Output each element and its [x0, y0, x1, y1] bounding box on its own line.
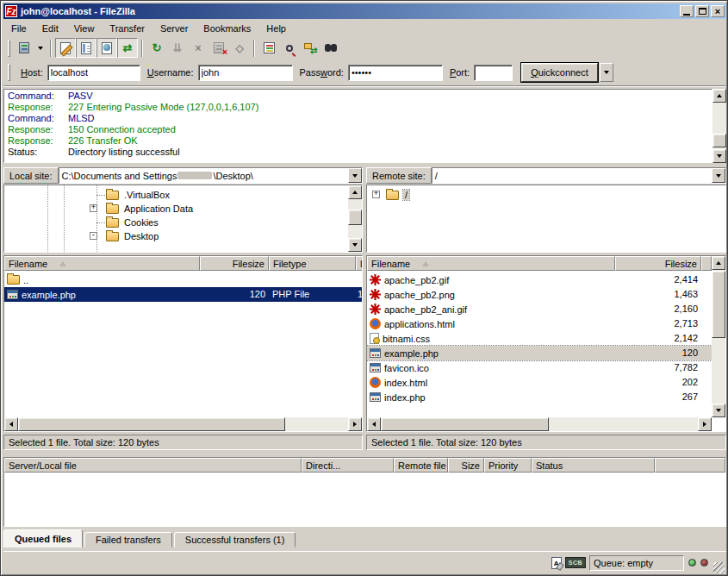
- remote-path-combobox[interactable]: /: [432, 167, 726, 184]
- scrollbar-thumb[interactable]: [712, 271, 725, 338]
- host-input[interactable]: [47, 65, 140, 81]
- toggle-local-tree-button[interactable]: [76, 38, 96, 58]
- scroll-down-button[interactable]: [348, 238, 362, 252]
- file-row[interactable]: apache_pb2.png 1,463: [367, 287, 712, 302]
- filter-button[interactable]: [258, 38, 279, 58]
- queue-column-direction[interactable]: Directi...: [302, 458, 394, 473]
- file-row-selected[interactable]: example.php 120: [367, 346, 712, 360]
- scroll-right-button[interactable]: [698, 417, 712, 431]
- file-row[interactable]: index.html 202: [367, 375, 712, 390]
- scroll-left-button[interactable]: [367, 417, 381, 431]
- scrollbar-thumb[interactable]: [348, 210, 362, 225]
- find-files-button[interactable]: [320, 38, 341, 58]
- password-input[interactable]: [348, 65, 443, 81]
- scroll-down-button[interactable]: [712, 404, 725, 417]
- menu-item-help[interactable]: Help: [258, 22, 294, 35]
- menu-item-server[interactable]: Server: [152, 22, 196, 35]
- column-header-filename[interactable]: Filename: [4, 256, 200, 271]
- tab-successful-transfers[interactable]: Successful transfers (1): [174, 532, 296, 548]
- queue-column-server-local-file[interactable]: Server/Local file: [4, 458, 302, 473]
- local-tree-scrollbar[interactable]: [348, 185, 362, 252]
- menu-item-transfer[interactable]: Transfer: [102, 22, 152, 35]
- queue-column-size[interactable]: Size: [448, 458, 484, 473]
- menu-item-edit[interactable]: Edit: [34, 22, 66, 35]
- tree-item-cookies[interactable]: Cookies: [4, 216, 332, 229]
- quickconnect-dropdown[interactable]: [600, 63, 613, 82]
- file-row[interactable]: bitnami.css 2,142: [367, 331, 712, 346]
- title-bar[interactable]: Fz john@localhost - FileZilla ×: [3, 3, 726, 19]
- menu-item-view[interactable]: View: [66, 22, 103, 35]
- tab-failed-transfers[interactable]: Failed transfers: [84, 532, 172, 548]
- local-horizontal-scrollbar[interactable]: [4, 417, 362, 431]
- remote-directory-tree[interactable]: + /: [366, 185, 726, 253]
- close-button[interactable]: ×: [711, 5, 725, 17]
- disconnect-button[interactable]: ×: [208, 38, 229, 58]
- toggle-message-log-button[interactable]: [55, 38, 76, 58]
- scroll-right-button[interactable]: [348, 417, 362, 431]
- transfer-type-indicator[interactable]: A: [551, 557, 562, 569]
- column-header-filesize[interactable]: Filesize: [200, 256, 269, 271]
- local-path-combobox[interactable]: C:\Documents and Settings\Desktop\: [59, 167, 363, 184]
- log-scrollbar[interactable]: [712, 89, 726, 163]
- file-row[interactable]: favicon.ico 7,782: [367, 360, 712, 375]
- remote-horizontal-scrollbar[interactable]: [367, 417, 712, 431]
- collapse-icon[interactable]: -: [90, 232, 97, 240]
- file-row-parent-dir[interactable]: ..: [4, 272, 363, 287]
- scroll-up-button[interactable]: [712, 89, 726, 103]
- port-input[interactable]: [474, 65, 513, 81]
- menu-item-bookmarks[interactable]: Bookmarks: [196, 22, 258, 35]
- expand-icon[interactable]: +: [372, 191, 380, 198]
- file-row[interactable]: applications.html 2,713: [367, 316, 712, 331]
- column-header-filetype[interactable]: Filetype: [269, 256, 356, 271]
- scroll-up-button[interactable]: [348, 185, 362, 199]
- site-manager-button[interactable]: [14, 38, 34, 58]
- column-header-filesize[interactable]: Filesize: [615, 256, 701, 271]
- tree-item-virtualbox[interactable]: .VirtualBox: [4, 188, 332, 202]
- scroll-down-button[interactable]: [712, 149, 726, 163]
- maximize-button[interactable]: [695, 5, 709, 17]
- file-row-example-php[interactable]: example.php 120 PHP File 1: [4, 287, 363, 302]
- scroll-left-button[interactable]: [4, 417, 18, 431]
- speed-limit-indicator[interactable]: SCB: [565, 557, 586, 568]
- local-file-list[interactable]: Filename Filesize Filetype L .. example.…: [3, 255, 363, 432]
- remote-path-dropdown[interactable]: [712, 168, 725, 183]
- site-manager-dropdown[interactable]: [34, 38, 47, 58]
- quickconnect-button[interactable]: Quickconnect: [521, 63, 598, 82]
- tree-item-desktop[interactable]: - Desktop: [4, 229, 332, 243]
- remote-vertical-scrollbar[interactable]: [712, 256, 725, 417]
- refresh-button[interactable]: ↻: [146, 38, 167, 58]
- synchronized-browsing-button[interactable]: ⇄: [300, 38, 320, 58]
- quickconnect-grip[interactable]: [8, 64, 10, 81]
- local-directory-tree[interactable]: .VirtualBox + Application Data Cookies -…: [3, 185, 363, 253]
- scrollbar-thumb[interactable]: [381, 417, 549, 431]
- reconnect-button[interactable]: ◇: [229, 38, 250, 58]
- expand-icon[interactable]: +: [90, 204, 97, 212]
- queue-column-priority[interactable]: Priority: [484, 458, 532, 473]
- queue-column-status[interactable]: Status: [532, 458, 655, 473]
- directory-comparison-button[interactable]: [279, 38, 300, 58]
- remote-file-list[interactable]: Filename Filesize apache_pb2.gif 2,414 a…: [366, 255, 726, 432]
- transfer-queue[interactable]: Server/Local file Directi... Remote file…: [3, 457, 726, 527]
- toggle-remote-tree-button[interactable]: [96, 38, 117, 58]
- local-path-dropdown[interactable]: [348, 168, 362, 183]
- file-row[interactable]: index.php 267: [367, 390, 712, 404]
- scrollbar-thumb[interactable]: [712, 134, 726, 147]
- file-row[interactable]: apache_pb2.gif 2,414: [367, 272, 712, 287]
- queue-column-remote-file[interactable]: Remote file: [394, 458, 448, 473]
- tab-queued-files[interactable]: Queued files: [3, 529, 83, 548]
- process-queue-button[interactable]: ⇊: [167, 38, 188, 58]
- column-header-lastmodified[interactable]: L: [356, 256, 363, 271]
- scroll-up-button[interactable]: [712, 256, 725, 270]
- toggle-transfer-queue-button[interactable]: ⇄: [117, 38, 138, 58]
- file-row[interactable]: apache_pb2_ani.gif 2,160: [367, 302, 712, 316]
- message-log[interactable]: Command:PASV Response:227 Entering Passi…: [3, 89, 712, 163]
- tree-item-root[interactable]: + /: [367, 188, 694, 202]
- column-header-filename[interactable]: Filename: [367, 256, 615, 271]
- resize-grip[interactable]: [713, 562, 725, 573]
- username-input[interactable]: [198, 65, 293, 81]
- cancel-operation-button[interactable]: ×: [188, 38, 208, 58]
- scrollbar-thumb[interactable]: [18, 417, 285, 431]
- toolbar-grip[interactable]: [8, 40, 10, 57]
- minimize-button[interactable]: [680, 5, 694, 17]
- tree-item-application-data[interactable]: + Application Data: [4, 202, 332, 216]
